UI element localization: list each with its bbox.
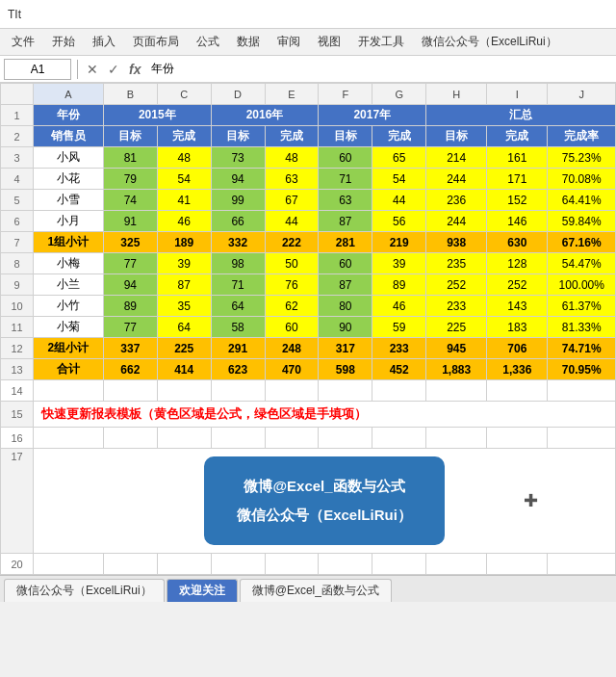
cell-h7[interactable]: 938 [426, 232, 487, 253]
cell-d7[interactable]: 332 [211, 232, 265, 253]
cell-a9[interactable]: 小兰 [34, 274, 104, 296]
cell-g6[interactable]: 56 [372, 211, 426, 232]
cell-g5[interactable]: 44 [372, 190, 426, 211]
cell-e6[interactable]: 44 [265, 211, 319, 232]
col-header-a[interactable]: A [34, 84, 104, 105]
cell-g10[interactable]: 46 [372, 296, 426, 317]
tab-weibo[interactable]: 微博@Excel_函数与公式 [240, 579, 392, 602]
cell-f3[interactable]: 60 [319, 147, 372, 169]
cell-j8[interactable]: 54.47% [548, 253, 616, 274]
cell-c11[interactable]: 64 [157, 317, 211, 338]
cell-c13[interactable]: 414 [157, 359, 211, 380]
cell-d10[interactable]: 64 [211, 296, 265, 317]
cell-f1[interactable]: 2017年 [319, 105, 426, 126]
cell-e2[interactable]: 完成 [265, 126, 319, 147]
cancel-icon[interactable]: ✕ [84, 62, 101, 77]
cell-j2[interactable]: 完成率 [548, 126, 616, 147]
cell-a7[interactable]: 1组小计 [34, 232, 104, 253]
cell-g7[interactable]: 219 [372, 232, 426, 253]
cell-c4[interactable]: 54 [157, 169, 211, 190]
cell-e9[interactable]: 76 [265, 274, 319, 296]
cell-c6[interactable]: 46 [157, 211, 211, 232]
cell-i11[interactable]: 183 [487, 317, 548, 338]
menu-item-数据[interactable]: 数据 [229, 31, 268, 53]
cell-g9[interactable]: 89 [372, 274, 426, 296]
cell-h1[interactable]: 汇总 [426, 105, 616, 126]
cell-j4[interactable]: 70.08% [548, 169, 616, 190]
cell-i7[interactable]: 630 [487, 232, 548, 253]
cell-j7[interactable]: 67.16% [548, 232, 616, 253]
formula-input[interactable] [147, 59, 612, 80]
cell-a8[interactable]: 小梅 [34, 253, 104, 274]
cell-d4[interactable]: 94 [211, 169, 265, 190]
cell-a11[interactable]: 小菊 [34, 317, 104, 338]
cell-b1[interactable]: 2015年 [103, 105, 211, 126]
menu-item-文件[interactable]: 文件 [4, 31, 42, 53]
cell-a3[interactable]: 小风 [34, 147, 104, 169]
cell-i12[interactable]: 706 [487, 338, 548, 359]
cell-a10[interactable]: 小竹 [34, 296, 104, 317]
cell-b9[interactable]: 94 [103, 274, 157, 296]
cell-h11[interactable]: 225 [426, 317, 487, 338]
cell-d13[interactable]: 623 [211, 359, 265, 380]
cell-f13[interactable]: 598 [319, 359, 372, 380]
cell-j12[interactable]: 74.71% [548, 338, 616, 359]
cell-h6[interactable]: 244 [426, 211, 487, 232]
cell-f12[interactable]: 317 [319, 338, 372, 359]
cell-d3[interactable]: 73 [211, 147, 265, 169]
cell-h10[interactable]: 233 [426, 296, 487, 317]
cell-i10[interactable]: 143 [487, 296, 548, 317]
cell-a5[interactable]: 小雪 [34, 190, 104, 211]
cell-e3[interactable]: 48 [265, 147, 319, 169]
col-header-h[interactable]: H [426, 84, 487, 105]
cell-e5[interactable]: 67 [265, 190, 319, 211]
cell-g11[interactable]: 59 [372, 317, 426, 338]
menu-item-页面布局[interactable]: 页面布局 [125, 31, 187, 53]
cell-d6[interactable]: 66 [211, 211, 265, 232]
col-header-i[interactable]: I [487, 84, 548, 105]
cell-g8[interactable]: 39 [372, 253, 426, 274]
cell-j11[interactable]: 81.33% [548, 317, 616, 338]
cell-b11[interactable]: 77 [103, 317, 157, 338]
col-header-j[interactable]: J [548, 84, 616, 105]
tab-welcome[interactable]: 欢迎关注 [167, 579, 238, 602]
cell-b2[interactable]: 目标 [103, 126, 157, 147]
cell-a13[interactable]: 合计 [34, 359, 104, 380]
cell-g4[interactable]: 54 [372, 169, 426, 190]
cell-i3[interactable]: 161 [487, 147, 548, 169]
cell-h8[interactable]: 235 [426, 253, 487, 274]
cell-d9[interactable]: 71 [211, 274, 265, 296]
cell-c8[interactable]: 39 [157, 253, 211, 274]
menu-item-审阅[interactable]: 审阅 [270, 31, 308, 53]
cell-e13[interactable]: 470 [265, 359, 319, 380]
col-header-d[interactable]: D [211, 84, 265, 105]
cell-b10[interactable]: 89 [103, 296, 157, 317]
cell-h2[interactable]: 目标 [426, 126, 487, 147]
cell-e4[interactable]: 63 [265, 169, 319, 190]
cell-b4[interactable]: 79 [103, 169, 157, 190]
cell-b7[interactable]: 325 [103, 232, 157, 253]
cell-d11[interactable]: 58 [211, 317, 265, 338]
cell-d2[interactable]: 目标 [211, 126, 265, 147]
cell-c9[interactable]: 87 [157, 274, 211, 296]
cell-j3[interactable]: 75.23% [548, 147, 616, 169]
cell-h13[interactable]: 1,883 [426, 359, 487, 380]
menu-item-开始[interactable]: 开始 [44, 31, 83, 53]
cell-f8[interactable]: 60 [319, 253, 372, 274]
cell-h4[interactable]: 244 [426, 169, 487, 190]
cell-h3[interactable]: 214 [426, 147, 487, 169]
cell-j6[interactable]: 59.84% [548, 211, 616, 232]
cell-e7[interactable]: 222 [265, 232, 319, 253]
cell-g13[interactable]: 452 [372, 359, 426, 380]
fx-icon[interactable]: fx [126, 62, 143, 77]
cell-d8[interactable]: 98 [211, 253, 265, 274]
cell-b5[interactable]: 74 [103, 190, 157, 211]
cell-j10[interactable]: 61.37% [548, 296, 616, 317]
menu-item-公式[interactable]: 公式 [189, 31, 227, 53]
cell-f6[interactable]: 87 [319, 211, 372, 232]
col-header-b[interactable]: B [103, 84, 157, 105]
cell-c3[interactable]: 48 [157, 147, 211, 169]
cell-f7[interactable]: 281 [319, 232, 372, 253]
cell-f2[interactable]: 目标 [319, 126, 372, 147]
cell-g2[interactable]: 完成 [372, 126, 426, 147]
